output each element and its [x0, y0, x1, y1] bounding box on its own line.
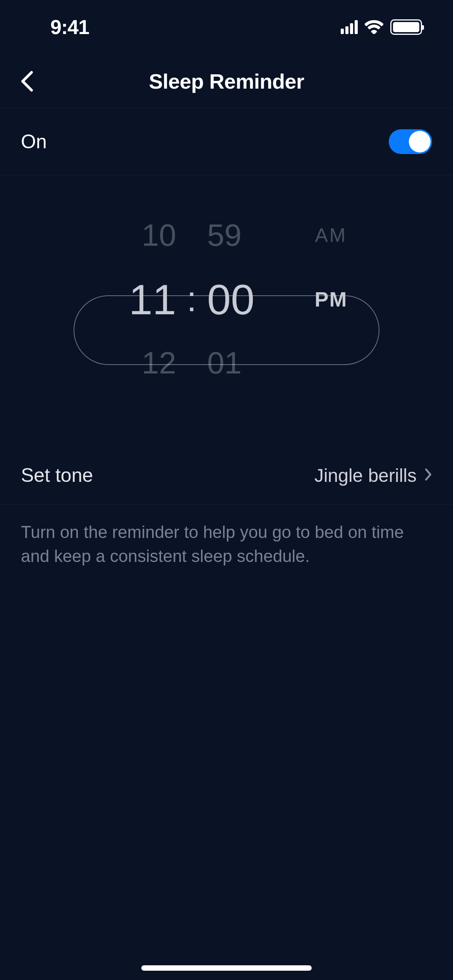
navigation-header: Sleep Reminder: [0, 54, 453, 108]
page-title: Sleep Reminder: [149, 69, 304, 93]
set-tone-row[interactable]: Set tone Jingle berills: [0, 446, 453, 505]
time-separator: :: [184, 279, 199, 319]
hour-prev: 10: [87, 218, 184, 253]
status-icons: [341, 19, 422, 35]
picker-row-selected[interactable]: 11 : 00 PM: [0, 264, 453, 334]
hour-selected: 11: [87, 275, 184, 324]
chevron-right-icon: [424, 468, 432, 483]
description-text: Turn on the reminder to help you go to b…: [0, 505, 453, 583]
home-indicator[interactable]: [141, 965, 312, 971]
status-bar: 9:41: [0, 0, 453, 54]
toggle-thumb: [409, 131, 431, 152]
cellular-signal-icon: [341, 20, 358, 34]
period-prev: AM: [296, 224, 366, 247]
time-picker[interactable]: 10 59 AM 11 : 00 PM 12 01: [0, 206, 453, 392]
reminder-toggle-row[interactable]: On: [0, 108, 453, 175]
picker-row-next[interactable]: 12 01: [0, 334, 453, 392]
minute-next: 01: [199, 345, 296, 381]
wifi-icon: [365, 20, 383, 34]
tone-value-wrap: Jingle berills: [314, 465, 432, 486]
picker-row-prev[interactable]: 10 59 AM: [0, 206, 453, 264]
hour-next: 12: [87, 345, 184, 381]
status-time: 9:41: [50, 15, 89, 39]
tone-value: Jingle berills: [314, 465, 417, 486]
back-button[interactable]: [15, 70, 39, 93]
minute-prev: 59: [199, 218, 296, 253]
tone-label: Set tone: [21, 464, 93, 487]
period-selected: PM: [296, 287, 366, 311]
toggle-switch[interactable]: [389, 129, 432, 154]
toggle-label: On: [21, 130, 47, 153]
battery-icon: [390, 19, 422, 35]
time-picker-section: 10 59 AM 11 : 00 PM 12 01: [0, 175, 453, 446]
minute-selected: 00: [199, 275, 296, 324]
chevron-left-icon: [21, 71, 33, 92]
